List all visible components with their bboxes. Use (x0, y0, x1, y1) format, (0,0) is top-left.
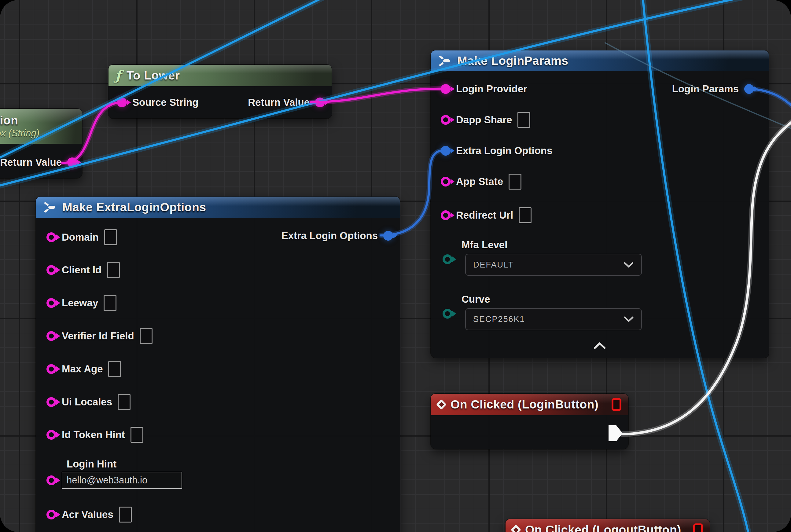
client-id-pin[interactable] (46, 265, 56, 275)
domain-checkbox[interactable] (104, 229, 117, 245)
verifier-id-field-checkbox[interactable] (140, 328, 153, 344)
redirect-url-checkbox[interactable] (519, 207, 532, 223)
on-clicked-logout-button-node[interactable]: On Clicked (LogoutButton) (505, 519, 710, 532)
pin-label: Source String (132, 97, 198, 108)
leeway-checkbox[interactable] (103, 295, 116, 311)
id-token-hint-pin[interactable] (46, 430, 56, 440)
node-title: To Lower (127, 69, 180, 82)
event-diamond-icon (436, 399, 446, 410)
pin-label: Ui Locales (62, 396, 112, 408)
verifier-id-field-pin[interactable] (46, 331, 56, 341)
acr-values-pin[interactable] (46, 510, 56, 519)
to-lower-node[interactable]: ƒ To Lower Source String Return Value (109, 65, 332, 118)
pin-label: Return Value (248, 97, 310, 108)
exec-output-pin[interactable] (609, 425, 623, 441)
pin-label: Login Provider (456, 83, 527, 95)
extra-login-options-pin[interactable] (441, 146, 450, 156)
chevron-down-icon (623, 316, 634, 322)
on-clicked-login-button-node[interactable]: On Clicked (LoginButton) (431, 394, 628, 449)
node-subtitle: ox (String) (0, 128, 39, 139)
pin-label: Verifier Id Field (62, 330, 134, 342)
app-state-checkbox[interactable] (508, 174, 521, 190)
mfa-level-pin[interactable] (443, 254, 452, 264)
node-title: On Clicked (LogoutButton) (525, 523, 681, 532)
mfa-level-value: DEFAULT (473, 260, 514, 270)
login-provider-pin[interactable] (441, 84, 450, 94)
login-params-out-pin[interactable] (744, 84, 754, 94)
curve-dropdown[interactable]: SECP256K1 (465, 308, 642, 330)
pin-label: Leeway (62, 297, 98, 309)
return-value-pin[interactable] (67, 157, 77, 167)
node-title: On Clicked (LoginButton) (450, 398, 598, 411)
dapp-share-checkbox[interactable] (518, 112, 530, 128)
make-extra-login-options-node[interactable]: Make ExtraLoginOptions Extra Login Optio… (36, 196, 400, 532)
login-hint-label: Login Hint (66, 458, 116, 470)
collapse-node-button[interactable] (593, 342, 606, 351)
pin-label: Extra Login Options (282, 230, 378, 242)
pin-label: Redirect Url (456, 209, 513, 221)
chevron-down-icon (623, 262, 634, 268)
make-login-params-node[interactable]: Make LoginParams Login Provider Login Pa… (431, 51, 769, 358)
make-struct-icon (43, 201, 57, 214)
bound-event-icon (612, 398, 621, 411)
node-title: tion (0, 114, 18, 127)
truncated-function-node[interactable]: tion ox (String) Return Value (0, 109, 82, 178)
leeway-pin[interactable] (46, 298, 56, 308)
redirect-url-pin[interactable] (441, 210, 450, 220)
pin-label: Dapp Share (456, 114, 512, 126)
function-icon: ƒ (115, 69, 121, 82)
login-hint-input[interactable] (62, 472, 182, 489)
node-title: Make ExtraLoginOptions (62, 201, 206, 214)
curve-label: Curve (462, 293, 490, 305)
return-value-pin[interactable] (315, 97, 325, 107)
login-hint-pin[interactable] (46, 475, 56, 485)
extra-login-options-out-pin[interactable] (383, 231, 393, 241)
pin-label: Client Id (62, 264, 101, 276)
max-age-pin[interactable] (46, 364, 56, 374)
ui-locales-checkbox[interactable] (118, 394, 131, 410)
chevron-up-icon (593, 342, 606, 349)
mfa-level-label: Mfa Level (462, 239, 507, 251)
pin-label: Extra Login Options (456, 145, 552, 156)
node-title: Make LoginParams (457, 54, 568, 68)
pin-label: Id Token Hint (62, 429, 125, 441)
event-diamond-icon (511, 525, 521, 532)
app-state-pin[interactable] (441, 177, 450, 187)
pin-label: Return Value (0, 156, 62, 168)
curve-pin[interactable] (443, 309, 452, 319)
curve-value: SECP256K1 (473, 315, 525, 324)
mfa-level-dropdown[interactable]: DEFAULT (465, 254, 642, 276)
domain-pin[interactable] (46, 232, 56, 242)
pin-label: Domain (62, 231, 99, 243)
pin-label: Max Age (62, 363, 103, 375)
pin-label: Login Params (672, 83, 739, 95)
dapp-share-pin[interactable] (441, 115, 450, 125)
client-id-checkbox[interactable] (107, 262, 120, 278)
max-age-checkbox[interactable] (108, 361, 121, 377)
ui-locales-pin[interactable] (46, 397, 56, 407)
make-struct-icon (438, 54, 452, 68)
acr-values-checkbox[interactable] (119, 507, 132, 522)
blueprint-graph-canvas[interactable]: tion ox (String) Return Value ƒ To Lower… (0, 0, 791, 532)
bound-event-icon (693, 524, 703, 532)
pin-label: Acr Values (62, 509, 113, 520)
id-token-hint-checkbox[interactable] (131, 427, 143, 443)
source-string-pin[interactable] (117, 97, 127, 107)
pin-label: App State (456, 176, 503, 187)
